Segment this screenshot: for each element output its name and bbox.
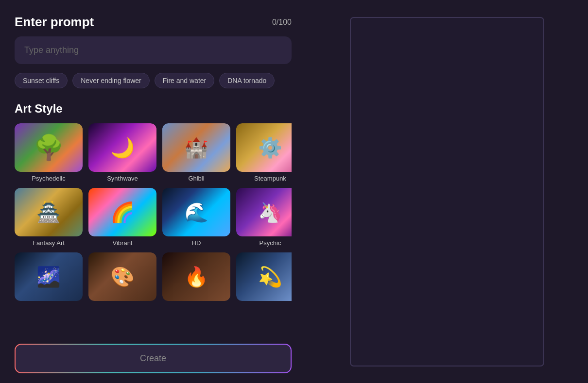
prompt-counter: 0/100 <box>272 18 292 27</box>
art-style-label-psychedelic: Psychedelic <box>32 175 65 182</box>
art-style-item-hd[interactable]: HD <box>162 188 230 247</box>
art-style-thumb-synthwave <box>88 123 156 172</box>
create-button[interactable]: Create <box>15 344 292 373</box>
art-style-thumb-row3d <box>236 252 292 301</box>
art-style-thumb-row3b <box>88 252 156 301</box>
art-style-label-vibrant: Vibrant <box>113 239 133 247</box>
suggestion-chip-fire-and-water[interactable]: Fire and water <box>155 73 214 88</box>
art-style-label-ghibli: Ghibli <box>188 175 204 182</box>
bottom-area: Create <box>15 338 292 373</box>
prompt-title: Enter prompt <box>15 15 94 30</box>
suggestion-chip-sunset-cliffs[interactable]: Sunset cliffs <box>15 73 68 88</box>
art-styles-container: PsychedelicSynthwaveGhibliSteampunkFanta… <box>15 123 292 304</box>
prompt-header: Enter prompt 0/100 <box>15 15 292 30</box>
art-style-grid: PsychedelicSynthwaveGhibliSteampunkFanta… <box>15 123 292 304</box>
art-style-title: Art Style <box>15 102 292 116</box>
art-style-label-synthwave: Synthwave <box>107 175 138 182</box>
art-style-thumb-fantasy-art <box>15 188 83 236</box>
art-style-thumb-steampunk <box>236 123 292 172</box>
art-style-item-psychedelic[interactable]: Psychedelic <box>15 123 83 182</box>
art-style-item-steampunk[interactable]: Steampunk <box>236 123 292 182</box>
art-style-item-row3c[interactable] <box>162 252 230 304</box>
art-style-label-fantasy-art: Fantasy Art <box>33 239 65 247</box>
suggestion-chip-dna-tornado[interactable]: DNA tornado <box>219 73 275 88</box>
art-style-thumb-psychic <box>236 188 292 236</box>
art-style-thumb-row3c <box>162 252 230 301</box>
art-style-item-row3a[interactable] <box>15 252 83 304</box>
suggestion-chip-never-ending-flower[interactable]: Never ending flower <box>72 73 150 88</box>
art-style-label-hd: HD <box>192 239 201 247</box>
left-panel: Enter prompt 0/100 Sunset cliffsNever en… <box>0 0 306 383</box>
art-style-item-synthwave[interactable]: Synthwave <box>88 123 156 182</box>
art-style-label-psychic: Psychic <box>259 239 281 247</box>
art-style-item-ghibli[interactable]: Ghibli <box>162 123 230 182</box>
art-style-item-row3b[interactable] <box>88 252 156 304</box>
art-style-item-psychic[interactable]: Psychic <box>236 188 292 247</box>
art-style-item-fantasy-art[interactable]: Fantasy Art <box>15 188 83 247</box>
suggestions-container: Sunset cliffsNever ending flowerFire and… <box>15 73 292 88</box>
art-style-thumb-ghibli <box>162 123 230 172</box>
art-style-item-row3d[interactable] <box>236 252 292 304</box>
art-style-item-vibrant[interactable]: Vibrant <box>88 188 156 247</box>
art-style-thumb-hd <box>162 188 230 236</box>
art-style-thumb-vibrant <box>88 188 156 236</box>
art-style-thumb-psychedelic <box>15 123 83 172</box>
art-style-thumb-row3a <box>15 252 83 301</box>
prompt-input[interactable] <box>15 36 292 64</box>
right-panel <box>306 0 588 383</box>
preview-box <box>350 17 544 366</box>
art-style-label-steampunk: Steampunk <box>254 175 286 182</box>
